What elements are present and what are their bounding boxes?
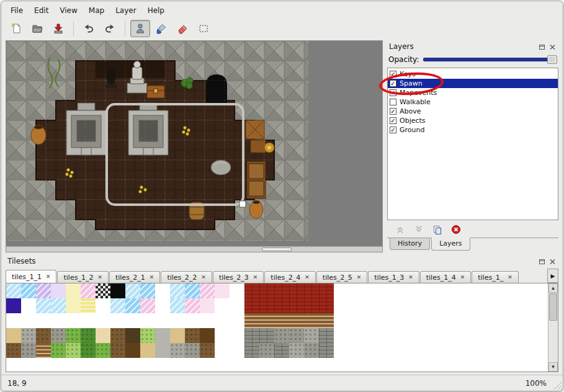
- tile[interactable]: [6, 313, 21, 328]
- tile[interactable]: [170, 328, 185, 343]
- tile[interactable]: [125, 343, 140, 358]
- tab-close-icon[interactable]: ✕: [150, 275, 154, 280]
- tile[interactable]: [170, 313, 185, 328]
- tile[interactable]: [259, 313, 274, 328]
- tile[interactable]: [51, 283, 66, 298]
- tile[interactable]: [6, 328, 21, 343]
- tile[interactable]: [140, 298, 155, 313]
- layer-visibility-checkbox[interactable]: ✓: [390, 108, 396, 115]
- tile[interactable]: [155, 298, 170, 313]
- tile[interactable]: [230, 283, 244, 298]
- save-button[interactable]: [48, 20, 68, 37]
- tile[interactable]: [66, 343, 81, 358]
- tile[interactable]: [274, 283, 289, 298]
- tile[interactable]: [230, 298, 244, 313]
- tileset-tab-tiles_1_4[interactable]: tiles_1_4✕: [420, 271, 471, 283]
- tile[interactable]: [66, 313, 81, 328]
- close-panel-button[interactable]: [548, 42, 557, 51]
- tile[interactable]: [96, 328, 110, 343]
- tile[interactable]: [185, 313, 200, 328]
- tile[interactable]: [125, 328, 140, 343]
- layer-visibility-checkbox[interactable]: ✓: [390, 80, 396, 87]
- open-button[interactable]: [27, 20, 47, 37]
- raise-layer-button[interactable]: [395, 224, 406, 235]
- tileset-tab-tiles_2_1[interactable]: tiles_2_1✕: [109, 271, 160, 283]
- tile[interactable]: [230, 343, 244, 358]
- tileset-vertical-scrollbar[interactable]: ▲ ▼: [548, 283, 558, 372]
- tile[interactable]: [259, 328, 274, 343]
- tile[interactable]: [21, 283, 36, 298]
- tile[interactable]: [289, 298, 304, 313]
- tile[interactable]: [51, 313, 66, 328]
- tile[interactable]: [185, 298, 200, 313]
- tile[interactable]: [36, 283, 51, 298]
- layer-visibility-checkbox[interactable]: [390, 99, 396, 105]
- tile[interactable]: [230, 313, 244, 328]
- tileset-tab-tiles_1_3[interactable]: tiles_1_3✕: [368, 271, 419, 283]
- tile[interactable]: [185, 283, 200, 298]
- menu-view[interactable]: View: [54, 4, 83, 17]
- tile[interactable]: [244, 313, 259, 328]
- tile[interactable]: [319, 328, 334, 343]
- tile[interactable]: [155, 313, 170, 328]
- menu-help[interactable]: Help: [142, 4, 170, 17]
- map-horizontal-scrollbar[interactable]: [6, 246, 382, 252]
- tile[interactable]: [259, 343, 274, 358]
- float-panel-button[interactable]: [537, 42, 546, 51]
- tile[interactable]: [81, 313, 96, 328]
- layer-visibility-checkbox[interactable]: ✓: [390, 89, 396, 96]
- tile[interactable]: [274, 328, 289, 343]
- tile[interactable]: [125, 313, 140, 328]
- tile[interactable]: [319, 343, 334, 358]
- tile[interactable]: [36, 328, 51, 343]
- tile[interactable]: [319, 298, 334, 313]
- tile[interactable]: [304, 298, 319, 313]
- tileset-tab-tiles_2_3[interactable]: tiles_2_3✕: [213, 271, 264, 283]
- tile[interactable]: [110, 298, 125, 313]
- menu-edit[interactable]: Edit: [29, 4, 54, 17]
- tile[interactable]: [304, 343, 319, 358]
- tab-close-icon[interactable]: ✕: [408, 275, 413, 280]
- layer-row-ground[interactable]: ✓Ground: [388, 125, 558, 135]
- float-panel-button[interactable]: [537, 257, 546, 265]
- tile[interactable]: [155, 283, 170, 298]
- tile[interactable]: [21, 328, 36, 343]
- selection-resize-handle[interactable]: [239, 201, 246, 207]
- tile[interactable]: [244, 283, 259, 298]
- scrollbar-thumb[interactable]: [549, 293, 557, 321]
- tab-close-icon[interactable]: ✕: [253, 275, 258, 280]
- stamp-tool-button[interactable]: [130, 20, 150, 37]
- tile[interactable]: [259, 298, 274, 313]
- tile[interactable]: [215, 313, 230, 328]
- tile[interactable]: [110, 328, 125, 343]
- tile[interactable]: [36, 298, 51, 313]
- delete-layer-button[interactable]: [450, 224, 462, 235]
- tile[interactable]: [289, 313, 304, 328]
- tile[interactable]: [274, 313, 289, 328]
- tileset-tab-tiles_2_4[interactable]: tiles_2_4✕: [264, 271, 315, 283]
- tileset-tabs-scroll-right-button[interactable]: ▶: [547, 269, 558, 283]
- tile[interactable]: [110, 283, 125, 298]
- tile[interactable]: [6, 298, 21, 313]
- tileset-tab-tiles_2_5[interactable]: tiles_2_5✕: [316, 271, 367, 283]
- tile[interactable]: [81, 298, 96, 313]
- tile[interactable]: [51, 343, 66, 358]
- layer-row-above[interactable]: ✓Above: [388, 107, 558, 116]
- new-file-button[interactable]: [6, 20, 26, 37]
- tab-close-icon[interactable]: ✕: [357, 275, 362, 280]
- tile[interactable]: [304, 283, 319, 298]
- tile[interactable]: [36, 313, 51, 328]
- panel-tab-history[interactable]: History: [390, 238, 430, 250]
- tile[interactable]: [244, 343, 259, 358]
- tile[interactable]: [21, 343, 36, 358]
- tile[interactable]: [155, 328, 170, 343]
- tile[interactable]: [304, 328, 319, 343]
- tile[interactable]: [36, 343, 51, 358]
- tile[interactable]: [170, 283, 185, 298]
- tab-close-icon[interactable]: ✕: [201, 275, 206, 280]
- opacity-slider-handle[interactable]: [547, 55, 557, 64]
- tile[interactable]: [66, 298, 81, 313]
- tile[interactable]: [304, 313, 319, 328]
- tab-close-icon[interactable]: ✕: [46, 274, 51, 280]
- tileset-tab-tiles_1_2[interactable]: tiles_1_2✕: [57, 271, 108, 283]
